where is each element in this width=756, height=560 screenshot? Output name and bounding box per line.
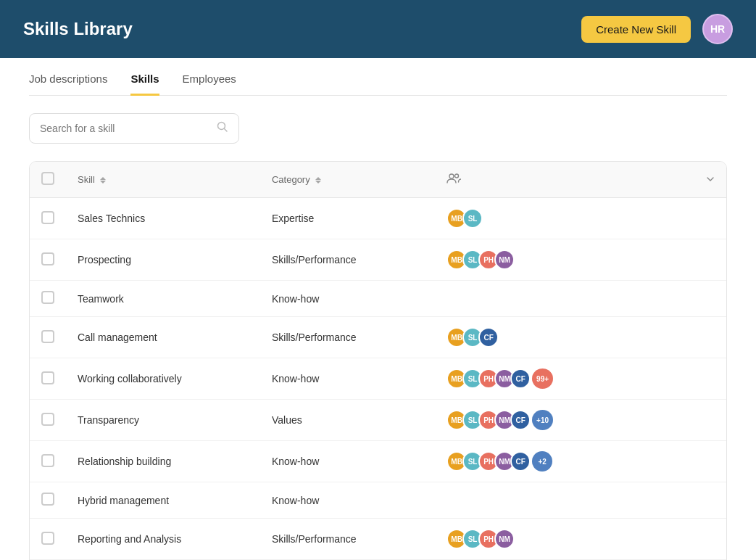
table-row: TransparencyValuesMBSLPHNMCF+10 bbox=[30, 400, 726, 441]
avatar[interactable]: HR bbox=[702, 14, 733, 44]
row-checkbox[interactable] bbox=[41, 211, 54, 224]
employee-chip: CF bbox=[510, 410, 531, 430]
table-row: Sales TechnicsExpertiseMBSL bbox=[30, 198, 726, 239]
skill-name: Working collaboratively bbox=[66, 358, 260, 400]
search-input[interactable] bbox=[40, 123, 217, 134]
table-row: Working collaborativelyKnow-howMBSLPHNMC… bbox=[30, 358, 726, 400]
skill-sort-icon bbox=[100, 177, 106, 184]
skill-category: Skills/Performance bbox=[260, 239, 435, 281]
row-checkbox[interactable] bbox=[41, 413, 54, 426]
row-checkbox-cell bbox=[30, 239, 66, 281]
page-title: Skills Library bbox=[23, 19, 133, 39]
skill-name: Prospecting bbox=[66, 239, 260, 281]
employee-chip: CF bbox=[478, 327, 499, 347]
row-checkbox[interactable] bbox=[41, 252, 54, 265]
tab-job-descriptions[interactable]: Job descriptions bbox=[29, 73, 107, 96]
employee-chip: NM bbox=[494, 250, 515, 270]
more-chip: +2 bbox=[532, 451, 552, 472]
skill-employees: MBSLPHNMCF+2 bbox=[435, 441, 726, 482]
skill-category: Skills/Performance bbox=[260, 317, 435, 358]
row-checkbox-cell bbox=[30, 482, 66, 519]
table-row: TeamworkKnow-how bbox=[30, 281, 726, 317]
th-employees[interactable] bbox=[435, 162, 726, 198]
employee-chip: NM bbox=[494, 529, 515, 549]
select-all-header bbox=[30, 162, 66, 198]
row-checkbox[interactable] bbox=[41, 493, 54, 506]
skill-category: Know-how bbox=[260, 482, 435, 519]
people-icon bbox=[446, 173, 461, 187]
skill-employees: MBSLPHNMCF+10 bbox=[435, 400, 726, 441]
row-checkbox[interactable] bbox=[41, 291, 54, 304]
employee-chip: SL bbox=[462, 208, 483, 228]
tab-employees[interactable]: Employees bbox=[183, 73, 236, 96]
table-row: Call managementSkills/PerformanceMBSLCF bbox=[30, 317, 726, 358]
search-container bbox=[29, 113, 727, 144]
skill-name: Transparency bbox=[66, 400, 260, 441]
skill-employees: MBSLCF bbox=[435, 317, 726, 358]
skill-employees bbox=[435, 482, 726, 519]
row-checkbox-cell bbox=[30, 519, 66, 560]
row-checkbox-cell bbox=[30, 358, 66, 400]
skill-category: Expertise bbox=[260, 198, 435, 239]
svg-line-1 bbox=[225, 129, 228, 132]
table-row: Relationship buildingKnow-howMBSLPHNMCF+… bbox=[30, 441, 726, 482]
skill-employees: MBSLPHNMCF99+ bbox=[435, 358, 726, 400]
search-box bbox=[29, 113, 239, 144]
employees-sort-icon bbox=[706, 174, 715, 186]
skill-category: Skills/Performance bbox=[260, 519, 435, 560]
table-header-row: Skill Category bbox=[30, 162, 726, 198]
create-new-skill-button[interactable]: Create New Skill bbox=[581, 16, 691, 43]
row-checkbox-cell bbox=[30, 198, 66, 239]
skill-name: Sales Technics bbox=[66, 198, 260, 239]
tab-skills[interactable]: Skills bbox=[130, 73, 159, 96]
skill-name: Call management bbox=[66, 317, 260, 358]
skill-name: Reporting and Analysis bbox=[66, 519, 260, 560]
row-checkbox[interactable] bbox=[41, 371, 54, 384]
svg-point-3 bbox=[455, 174, 459, 178]
more-chip: 99+ bbox=[532, 368, 553, 389]
category-sort-icon bbox=[315, 177, 321, 184]
row-checkbox-cell bbox=[30, 400, 66, 441]
header-actions: Create New Skill HR bbox=[581, 14, 733, 44]
skill-employees bbox=[435, 281, 726, 317]
skill-employees: MBSLPHNM bbox=[435, 519, 726, 560]
employee-chip: CF bbox=[510, 451, 531, 472]
header: Skills Library Create New Skill HR bbox=[0, 0, 756, 58]
skills-table: Skill Category bbox=[29, 161, 727, 560]
skill-category: Know-how bbox=[260, 281, 435, 317]
skill-category: Values bbox=[260, 400, 435, 441]
row-checkbox-cell bbox=[30, 441, 66, 482]
skill-name: Hybrid management bbox=[66, 482, 260, 519]
employee-chip: CF bbox=[510, 368, 531, 389]
table-row: Hybrid managementKnow-how bbox=[30, 482, 726, 519]
skill-name: Teamwork bbox=[66, 281, 260, 317]
row-checkbox-cell bbox=[30, 317, 66, 358]
table-row: Reporting and AnalysisSkills/Performance… bbox=[30, 519, 726, 560]
skill-employees: MBSLPHNM bbox=[435, 239, 726, 281]
tab-bar: Job descriptions Skills Employees bbox=[29, 58, 727, 96]
skill-name: Relationship building bbox=[66, 441, 260, 482]
row-checkbox-cell bbox=[30, 281, 66, 317]
row-checkbox[interactable] bbox=[41, 454, 54, 467]
search-icon bbox=[217, 121, 228, 136]
row-checkbox[interactable] bbox=[41, 532, 54, 545]
select-all-checkbox[interactable] bbox=[41, 172, 54, 185]
skill-category: Know-how bbox=[260, 358, 435, 400]
table-row: ProspectingSkills/PerformanceMBSLPHNM bbox=[30, 239, 726, 281]
th-category[interactable]: Category bbox=[260, 162, 435, 198]
row-checkbox[interactable] bbox=[41, 330, 54, 343]
skill-category: Know-how bbox=[260, 441, 435, 482]
skill-employees: MBSL bbox=[435, 198, 726, 239]
th-skill[interactable]: Skill bbox=[66, 162, 260, 198]
svg-point-2 bbox=[449, 174, 454, 178]
main-content: Job descriptions Skills Employees bbox=[0, 58, 756, 560]
more-chip: +10 bbox=[532, 410, 553, 430]
